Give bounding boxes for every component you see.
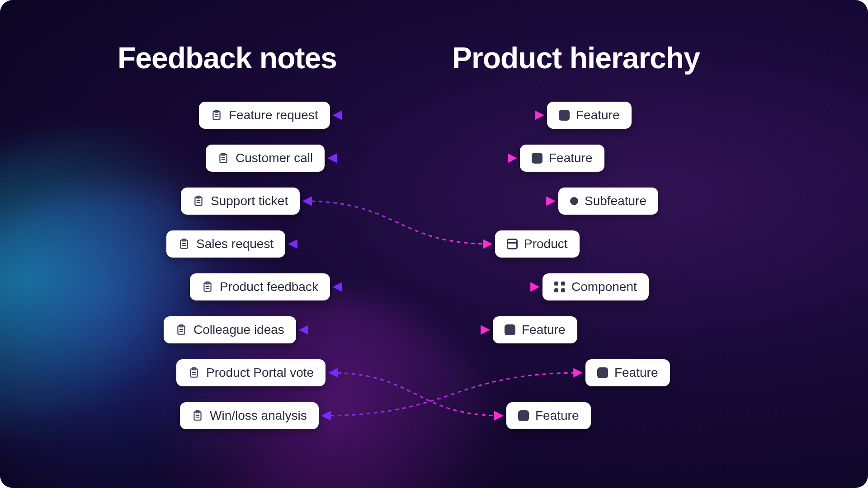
pill-label: Feature <box>535 408 579 423</box>
square-icon <box>505 324 515 335</box>
hierarchy-pill-7: Feature <box>506 402 591 429</box>
clipboard-icon <box>178 238 190 250</box>
component-icon <box>554 282 565 292</box>
hierarchy-pill-4: Component <box>542 273 649 300</box>
clipboard-icon <box>193 195 204 207</box>
clipboard-icon <box>217 152 229 164</box>
pill-label: Colleague ideas <box>193 323 284 337</box>
feedback-pill-4: Product feedback <box>190 273 330 300</box>
pill-label: Customer call <box>236 151 313 165</box>
diagram-stage: Feedback notes Product hierarchy Feature… <box>0 0 868 488</box>
clipboard-icon <box>202 281 213 293</box>
feedback-pill-5: Colleague ideas <box>164 316 296 343</box>
feedback-pill-0: Feature request <box>199 102 330 129</box>
hierarchy-pill-0: Feature <box>547 102 632 129</box>
pill-label: Sales request <box>196 237 274 251</box>
feedback-pill-1: Customer call <box>206 145 325 172</box>
feedback-pill-3: Sales request <box>166 230 285 258</box>
pill-label: Support ticket <box>211 194 288 208</box>
square-icon <box>597 367 608 378</box>
pill-label: Feature request <box>229 108 318 122</box>
hierarchy-pill-2: Subfeature <box>558 188 658 215</box>
clipboard-icon <box>211 109 222 121</box>
feedback-pill-7: Win/loss analysis <box>180 402 319 429</box>
clipboard-icon <box>192 410 203 422</box>
pill-label: Feature <box>522 323 566 337</box>
hierarchy-pill-5: Feature <box>493 316 577 343</box>
pill-label: Feature <box>549 151 593 165</box>
link-3 <box>304 201 491 244</box>
pill-label: Feature <box>614 366 658 380</box>
hierarchy-pill-3: Product <box>495 230 580 258</box>
pill-label: Product Portal vote <box>206 366 314 380</box>
clipboard-icon <box>175 324 187 336</box>
feedback-pill-2: Support ticket <box>181 188 300 215</box>
pill-label: Subfeature <box>585 194 646 208</box>
square-icon <box>559 110 570 121</box>
hierarchy-pill-1: Feature <box>520 145 604 172</box>
square-icon <box>532 153 542 164</box>
title-right: Product hierarchy <box>452 41 700 75</box>
hierarchy-pill-6: Feature <box>585 359 670 386</box>
pill-label: Product <box>524 237 568 251</box>
pill-label: Product feedback <box>220 280 318 294</box>
square-icon <box>518 410 529 421</box>
product-icon <box>507 239 518 249</box>
pill-label: Win/loss analysis <box>210 408 307 423</box>
clipboard-icon <box>188 367 200 379</box>
title-left: Feedback notes <box>118 41 337 75</box>
feedback-pill-6: Product Portal vote <box>176 359 326 386</box>
pill-label: Feature <box>576 108 620 122</box>
pill-label: Component <box>571 280 637 294</box>
dot-icon <box>570 197 578 205</box>
